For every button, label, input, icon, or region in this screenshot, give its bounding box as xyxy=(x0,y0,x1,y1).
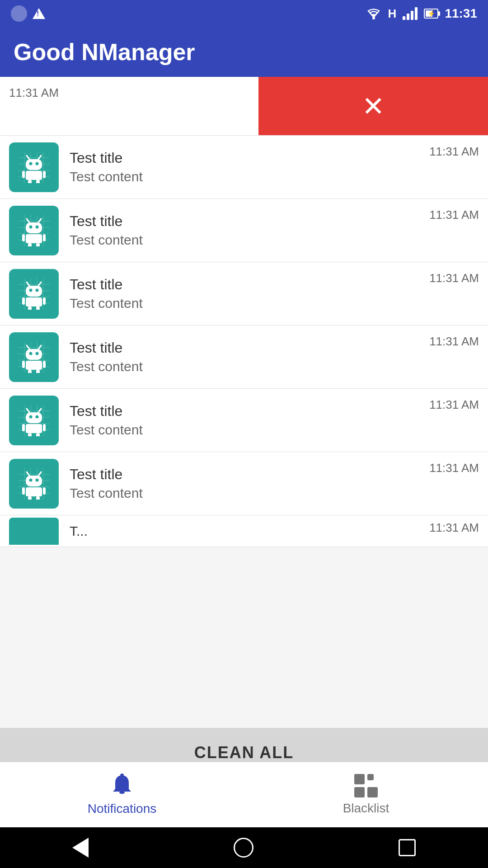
notification-text: Test title Test content xyxy=(70,340,479,374)
home-button[interactable] xyxy=(234,838,253,858)
partial-notification-title: T... xyxy=(70,524,88,539)
svg-rect-75 xyxy=(28,370,32,373)
notification-item-swipe[interactable]: 11:31 AM ✕ xyxy=(0,77,488,136)
system-nav-bar xyxy=(0,827,488,868)
svg-rect-36 xyxy=(43,234,46,241)
svg-rect-37 xyxy=(28,243,32,246)
notification-app-icon xyxy=(9,332,59,382)
svg-point-70 xyxy=(29,352,33,355)
notification-content: Test content xyxy=(70,232,479,248)
blacklist-icon xyxy=(354,774,378,797)
close-icon[interactable]: ✕ xyxy=(362,90,385,122)
back-button[interactable] xyxy=(72,838,89,858)
nav-item-blacklist[interactable]: Blacklist xyxy=(244,762,488,827)
notification-content: Test content xyxy=(70,422,479,438)
svg-rect-15 xyxy=(26,171,42,180)
notification-title: Test title xyxy=(70,150,479,166)
list-item[interactable]: Test title Test content 11:31 AM xyxy=(0,389,488,452)
android-icon xyxy=(18,151,50,183)
svg-rect-18 xyxy=(28,180,32,183)
swipe-content: 11:31 AM xyxy=(0,77,258,135)
notification-time: 11:31 AM xyxy=(429,335,479,349)
status-bar: H ⚡ 11:31 xyxy=(0,0,488,27)
svg-rect-114 xyxy=(36,496,40,500)
list-item[interactable]: Test title Test content 11:31 AM xyxy=(0,452,488,515)
status-bar-right: H ⚡ 11:31 xyxy=(366,6,477,21)
svg-rect-94 xyxy=(28,433,32,436)
svg-rect-113 xyxy=(28,496,32,500)
notification-time: 11:31 AM xyxy=(429,145,479,159)
svg-rect-16 xyxy=(22,171,25,178)
svg-point-71 xyxy=(36,352,39,355)
notification-text: Test title Test content xyxy=(70,466,479,501)
svg-rect-54 xyxy=(22,297,25,305)
list-item[interactable]: Test title Test content 11:31 AM xyxy=(0,326,488,389)
bell-icon xyxy=(111,774,133,798)
notification-time: 11:31 AM xyxy=(429,461,479,475)
swipe-delete-button[interactable]: ✕ xyxy=(258,77,488,135)
list-item-partial[interactable]: T... 11:31 AM xyxy=(0,515,488,547)
svg-rect-57 xyxy=(36,307,40,310)
notification-list: 11:31 AM ✕ xyxy=(0,77,488,547)
svg-rect-55 xyxy=(43,297,46,305)
notification-title: Test title xyxy=(70,466,479,483)
android-icon xyxy=(18,215,50,246)
svg-rect-12 xyxy=(26,159,42,170)
svg-rect-17 xyxy=(43,171,46,178)
svg-rect-95 xyxy=(36,433,40,436)
android-icon xyxy=(18,468,50,500)
notification-time: 11:31 AM xyxy=(429,398,479,412)
svg-rect-115 xyxy=(119,791,125,794)
app-title: Good NManager xyxy=(14,38,195,66)
clean-all-label: CLEAN ALL xyxy=(194,743,294,762)
svg-rect-69 xyxy=(26,349,42,360)
svg-point-52 xyxy=(36,288,39,292)
svg-rect-34 xyxy=(26,234,42,243)
status-time: 11:31 xyxy=(445,6,477,21)
notification-text: Test title Test content xyxy=(70,403,479,438)
notification-content: Test content xyxy=(70,296,479,311)
svg-rect-88 xyxy=(26,412,42,423)
notification-content: Test content xyxy=(70,359,479,374)
recents-button[interactable] xyxy=(399,839,416,856)
notification-time: 11:31 AM xyxy=(429,208,479,222)
svg-rect-112 xyxy=(43,487,46,495)
swipe-time: 11:31 AM xyxy=(9,86,59,100)
notification-app-icon xyxy=(9,396,59,445)
svg-rect-74 xyxy=(43,361,46,368)
svg-rect-92 xyxy=(22,424,25,431)
status-bar-left xyxy=(11,5,45,22)
svg-rect-72 xyxy=(26,361,42,370)
list-item[interactable]: Test title Test content 11:31 AM xyxy=(0,262,488,326)
svg-rect-19 xyxy=(36,180,40,183)
notification-app-icon xyxy=(9,459,59,509)
partial-notification-icon xyxy=(9,518,59,545)
svg-rect-91 xyxy=(26,424,42,433)
nav-label-blacklist: Blacklist xyxy=(343,801,389,816)
svg-rect-73 xyxy=(22,361,25,368)
partial-notification-time: 11:31 AM xyxy=(429,521,479,535)
battery-lightning: ⚡ xyxy=(425,10,437,17)
list-item[interactable]: Test title Test content 11:31 AM xyxy=(0,136,488,199)
svg-rect-53 xyxy=(26,297,42,307)
svg-point-89 xyxy=(29,415,33,418)
svg-point-108 xyxy=(29,478,33,481)
svg-point-109 xyxy=(36,478,39,481)
list-item[interactable]: Test title Test content 11:31 AM xyxy=(0,199,488,262)
notification-time: 11:31 AM xyxy=(429,271,479,285)
notification-title: Test title xyxy=(70,276,479,293)
svg-rect-56 xyxy=(28,307,32,310)
android-icon xyxy=(18,405,50,436)
nav-label-notifications: Notifications xyxy=(88,802,157,816)
svg-point-33 xyxy=(36,225,39,228)
svg-rect-110 xyxy=(26,487,42,496)
svg-rect-93 xyxy=(43,424,46,431)
svg-rect-38 xyxy=(36,243,40,246)
nav-item-notifications[interactable]: Notifications xyxy=(0,762,244,827)
svg-rect-35 xyxy=(22,234,25,241)
app-header: Good NManager xyxy=(0,27,488,77)
notification-content: Test content xyxy=(70,169,479,184)
notification-content: Test content xyxy=(70,486,479,501)
wifi-icon xyxy=(366,7,382,20)
svg-point-0 xyxy=(372,17,375,19)
